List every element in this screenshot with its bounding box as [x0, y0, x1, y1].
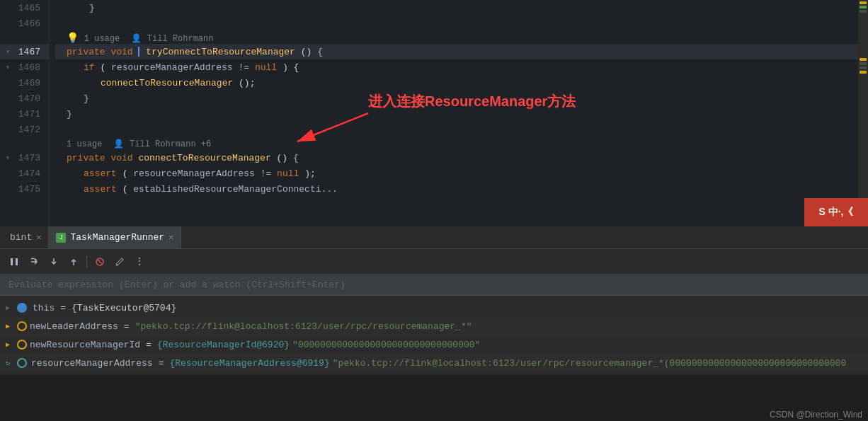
step-out-button[interactable] — [65, 253, 82, 270]
step-into-button[interactable] — [45, 253, 62, 270]
tab-bint[interactable]: bint ✕ — [3, 226, 49, 248]
scroll-marker-6 — [860, 67, 867, 69]
sogou-ime-icon[interactable]: S 中·,《 — [804, 198, 868, 226]
debug-panel: bint ✕ J TaskManagerRunner ✕ — [0, 226, 868, 421]
var-icon-this — [17, 303, 27, 313]
expand-resourceManagerAddress[interactable]: ↻ — [6, 359, 14, 367]
code-line-1475: assert ( establishedResourceManagerConne… — [55, 181, 858, 197]
var-value-this: {TaskExecutor@5704} — [72, 303, 176, 313]
var-value-resourceManagerAddress: "pekko.tcp://flink@localhost:6123/user/r… — [333, 358, 847, 369]
code-editor: 1465 1466 ▾ 1467 ▾ 1468 1469 1470 1471 1… — [0, 0, 868, 226]
line-meta1 — [0, 31, 49, 44]
code-line-meta2: 1 usage 👤 Till Rohrmann +6 — [55, 137, 858, 150]
step-over-button[interactable] — [25, 253, 42, 270]
expression-input-bar[interactable]: Evaluate expression (Enter) or add a wat… — [0, 275, 868, 296]
var-eq-this: = — [60, 303, 66, 313]
code-line-1467: private void tryConnectToResourceManager… — [55, 44, 858, 59]
variables-list: ▶ this = {TaskExecutor@5704} ▶ newLeader… — [0, 296, 868, 375]
variable-resourceManagerAddress[interactable]: ↻ resourceManagerAddress = {ResourceMana… — [0, 354, 868, 372]
code-line-1474: assert ( resourceManagerAddress != null … — [55, 166, 858, 181]
var-name-newLeaderAddress: newLeaderAddress — [30, 321, 118, 332]
debug-toolbar: ⋮ — [0, 249, 868, 275]
line-number-gutter: 1465 1466 ▾ 1467 ▾ 1468 1469 1470 1471 1… — [0, 0, 50, 226]
var-name-this-label: this — [33, 303, 55, 313]
var-eq-newResourceManagerId: = — [146, 340, 152, 350]
code-line-1468: if ( resourceManagerAddress != null ) { — [55, 59, 858, 75]
editor-scrollbar[interactable] — [858, 0, 868, 226]
code-content: } 💡 1 usage 👤 Till Rohrmann private void — [50, 0, 858, 226]
svg-rect-3 — [16, 258, 18, 265]
var-icon-newLeaderAddress — [17, 321, 27, 331]
scroll-marker-4 — [860, 58, 867, 61]
code-line-1472-blank — [55, 122, 858, 137]
code-line-1465: } — [55, 0, 858, 16]
clear-button[interactable] — [91, 253, 108, 270]
code-line-1471: } — [55, 106, 858, 122]
line-1465: 1465 — [0, 0, 49, 16]
line-1469: 1469 — [0, 75, 49, 91]
code-line-1466-blank — [55, 16, 858, 31]
var-value-newResourceManagerId: "00000000000000000000000000000000" — [292, 340, 480, 350]
pause-resume-button[interactable] — [6, 253, 23, 270]
expand-newResourceManagerId[interactable]: ▶ — [6, 340, 14, 349]
scroll-marker-1 — [860, 1, 867, 4]
csdn-watermark: CSDN @Direction_Wind — [770, 410, 862, 420]
edit-button[interactable] — [111, 253, 128, 270]
var-eq-newLeaderAddress: = — [124, 321, 130, 332]
var-name-newResourceManagerId: newResourceManagerId — [30, 340, 140, 350]
var-icon-resourceManagerAddress — [17, 358, 27, 368]
code-line-meta1: 💡 1 usage 👤 Till Rohrmann — [55, 31, 858, 44]
var-value-newLeaderAddress: "pekko.tcp://flink@localhost:6123/user/r… — [135, 321, 472, 332]
line-1468: ▾ 1468 — [0, 59, 49, 75]
tab-task-manager-label: TaskManagerRunner — [70, 232, 164, 243]
debug-tab-bar: bint ✕ J TaskManagerRunner ✕ — [0, 226, 868, 249]
variable-this[interactable]: ▶ this = {TaskExecutor@5704} — [0, 299, 868, 317]
svg-rect-2 — [11, 258, 13, 265]
code-line-1470: } — [55, 91, 858, 106]
var-type-newResourceManagerId: {ResourceManagerId@6920} — [157, 340, 290, 350]
scroll-marker-5 — [860, 62, 867, 65]
tab-task-manager-runner[interactable]: J TaskManagerRunner ✕ — [49, 226, 181, 248]
line-1475: 1475 — [0, 181, 49, 197]
code-line-1473: private void connectToResourceManager ()… — [55, 150, 858, 166]
var-type-resourceManagerAddress: {ResourceManagerAddress@6919} — [169, 358, 329, 369]
line-1474: 1474 — [0, 166, 49, 181]
scroll-marker-3 — [860, 10, 867, 13]
expand-this[interactable]: ▶ — [6, 304, 14, 312]
var-name-resourceManagerAddress: resourceManagerAddress — [31, 358, 153, 369]
line-1471: 1471 — [0, 106, 49, 122]
code-line-1469: connectToResourceManager (); — [55, 75, 858, 91]
svg-line-7 — [98, 260, 102, 264]
tab-bint-label: bint — [10, 232, 32, 243]
tab-task-manager-close[interactable]: ✕ — [169, 232, 173, 243]
line-1467: ▾ 1467 — [0, 44, 49, 59]
scroll-marker-7 — [860, 71, 867, 74]
more-button[interactable]: ⋮ — [131, 253, 148, 270]
line-1472-blank: 1472 — [0, 122, 49, 137]
tab-bint-close[interactable]: ✕ — [36, 232, 41, 243]
variable-newLeaderAddress[interactable]: ▶ newLeaderAddress = "pekko.tcp://flink@… — [0, 317, 868, 335]
var-eq-resourceManagerAddress: = — [159, 358, 164, 369]
line-1466-blank: 1466 — [0, 16, 49, 31]
var-icon-newResourceManagerId — [17, 340, 27, 350]
expand-newLeaderAddress[interactable]: ▶ — [6, 322, 14, 330]
expression-placeholder: Evaluate expression (Enter) or add a wat… — [8, 279, 346, 290]
line-1473: ▾ 1473 — [0, 150, 49, 166]
line-1470: 1470 — [0, 91, 49, 106]
tab-task-manager-icon: J — [56, 233, 66, 243]
toolbar-sep1 — [86, 255, 87, 268]
variable-newResourceManagerId[interactable]: ▶ newResourceManagerId = {ResourceManage… — [0, 335, 868, 354]
scroll-marker-2 — [860, 6, 867, 8]
line-meta2 — [0, 137, 49, 150]
